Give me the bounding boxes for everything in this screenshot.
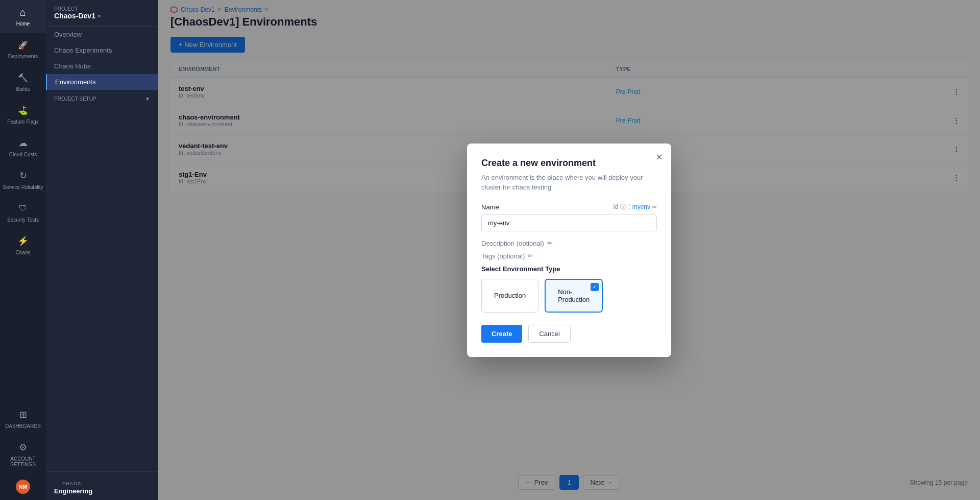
avatar: NM <box>16 480 30 494</box>
module-label: CHAOS <box>54 477 92 487</box>
nav-item-home-label: Home <box>16 21 30 27</box>
sidebar-project-label: Project <box>54 6 101 12</box>
cancel-button[interactable]: Cancel <box>528 325 570 343</box>
sidebar-bottom: CHAOS Engineering <box>46 471 158 500</box>
builds-icon <box>17 72 29 84</box>
name-label: Name <box>481 203 499 211</box>
nav-item-builds[interactable]: Builds <box>0 65 46 98</box>
chevron-right-icon: » <box>97 12 101 19</box>
env-type-non-production[interactable]: ✓ Non-Production <box>545 279 603 313</box>
edit-id-icon[interactable]: ✏ <box>652 204 657 210</box>
sidebar-section-project-setup[interactable]: PROJECT SETUP ▼ <box>46 90 158 105</box>
env-type-section: Select Environment Type Production ✓ Non… <box>481 265 657 313</box>
nav-item-cloud-label: Cloud Costs <box>9 152 37 157</box>
form-id-display: Id ⓘ : myenv ✏ <box>613 203 657 211</box>
nav-item-dashboards-label: DASHBOARDS <box>5 423 41 429</box>
sidebar-item-chaos-hubs[interactable]: Chaos Hubs <box>46 58 158 74</box>
modal-close-button[interactable]: ✕ <box>655 152 663 163</box>
nav-item-service-label: Service Reliability <box>3 184 43 190</box>
flags-icon <box>17 104 29 116</box>
nav-item-security-tests[interactable]: Security Tests <box>0 196 46 229</box>
id-value: myenv <box>632 203 650 210</box>
tags-label: Tags (optional) <box>481 252 525 260</box>
sidebar-chaos-module: CHAOS Engineering <box>46 472 158 500</box>
check-badge: ✓ <box>591 283 599 291</box>
settings-icon <box>17 441 29 454</box>
nav-item-dashboards[interactable]: DASHBOARDS <box>0 402 46 435</box>
nav-item-flags-label: Feature Flags <box>7 119 39 125</box>
cloud-icon <box>17 137 29 149</box>
tags-edit-icon: ✏ <box>528 252 533 259</box>
description-row[interactable]: Description (optional) ✏ <box>481 240 657 247</box>
nav-item-account-settings[interactable]: ACCOUNT SETTINGS <box>0 435 46 473</box>
sidebar: Project Chaos-Dev1 » Overview Chaos Expe… <box>46 0 158 500</box>
nav-item-deployments[interactable]: Deployments <box>0 33 46 65</box>
nav-item-security-label: Security Tests <box>7 217 39 223</box>
nav-item-builds-label: Builds <box>16 86 30 92</box>
security-icon <box>17 202 29 215</box>
form-label-row: Name Id ⓘ : myenv ✏ <box>481 203 657 211</box>
env-type-label: Select Environment Type <box>481 265 657 273</box>
service-icon <box>17 170 29 182</box>
sidebar-project-name[interactable]: Chaos-Dev1 » <box>54 12 101 20</box>
nav-item-avatar[interactable]: NM <box>0 473 46 500</box>
dashboards-icon <box>17 409 29 421</box>
deployments-icon <box>17 39 29 51</box>
chaos-icon <box>17 235 29 247</box>
sidebar-item-chaos-experiments[interactable]: Chaos Experiments <box>46 42 158 58</box>
modal-title: Create a new environment <box>481 158 657 169</box>
nav-item-chaos-label: Chaos <box>16 250 31 255</box>
modal-actions: Create Cancel <box>481 325 657 343</box>
sidebar-item-environments[interactable]: Environments <box>46 74 158 90</box>
nav-item-home[interactable]: Home <box>0 0 46 33</box>
nav-item-feature-flags[interactable]: Feature Flags <box>0 98 46 131</box>
form-name-row: Name Id ⓘ : myenv ✏ <box>481 203 657 231</box>
description-edit-icon: ✏ <box>547 240 552 247</box>
chevron-down-icon: ▼ <box>145 96 150 102</box>
env-type-options: Production ✓ Non-Production <box>481 279 657 313</box>
info-icon: ⓘ <box>620 203 626 211</box>
modal-backdrop: ✕ Create a new environment An environmen… <box>158 0 980 500</box>
home-icon <box>17 6 29 18</box>
left-nav: Home Deployments Builds Feature Flags Cl… <box>0 0 46 500</box>
nav-item-settings-label: ACCOUNT SETTINGS <box>2 456 44 467</box>
nav-item-chaos[interactable]: Chaos <box>0 229 46 261</box>
modal-subtitle: An environment is the place where you wi… <box>481 173 657 193</box>
name-input[interactable] <box>481 215 657 231</box>
description-label: Description (optional) <box>481 240 544 247</box>
create-button[interactable]: Create <box>481 325 522 343</box>
module-subtitle: Engineering <box>54 487 92 495</box>
nav-item-service-reliability[interactable]: Service Reliability <box>0 163 46 196</box>
sidebar-project: Project Chaos-Dev1 » <box>46 0 158 27</box>
sidebar-item-overview[interactable]: Overview <box>46 27 158 42</box>
env-type-production[interactable]: Production <box>481 279 538 313</box>
main-content: Chaos-Dev1 > Environments > [ChaosDev1] … <box>158 0 980 500</box>
create-environment-modal: ✕ Create a new environment An environmen… <box>467 144 671 357</box>
tags-row[interactable]: Tags (optional) ✏ <box>481 252 657 260</box>
nav-item-cloud-costs[interactable]: Cloud Costs <box>0 131 46 163</box>
nav-item-deployments-label: Deployments <box>8 54 38 59</box>
